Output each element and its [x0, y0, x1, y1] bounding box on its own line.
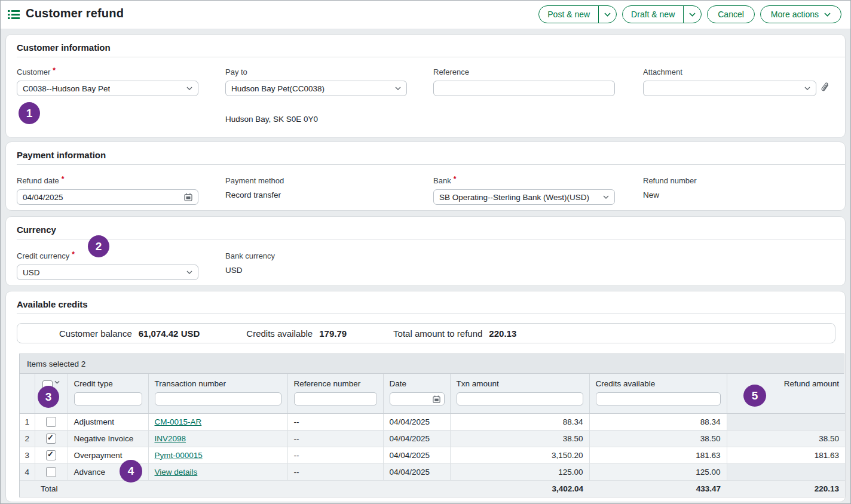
- refund-amount-cell[interactable]: [727, 463, 845, 480]
- row-checkbox[interactable]: [46, 434, 56, 444]
- row-checkbox[interactable]: [46, 417, 56, 427]
- bank-select[interactable]: SB Operating--Sterling Bank (West)(USD): [433, 189, 615, 205]
- date-header: Date: [383, 374, 450, 413]
- credits-available-label: Credits available: [246, 328, 313, 339]
- more-actions-label[interactable]: More actions: [771, 10, 819, 19]
- step-badge-1: 1: [19, 102, 40, 124]
- required-marker: *: [72, 251, 75, 257]
- payment-method-label: Payment method: [225, 176, 284, 185]
- credits-available-cell: 88.34: [589, 413, 727, 430]
- reference-number-filter-input[interactable]: [294, 392, 377, 405]
- refund-number-field: Refund number New: [643, 176, 825, 199]
- top-bar: Customer refund Post & new Draft & new C…: [1, 1, 850, 29]
- row-number: 3: [20, 447, 35, 463]
- attachment-select[interactable]: [643, 81, 816, 96]
- row-select-cell: [35, 447, 68, 463]
- customer-balance: Customer balance 61,074.42 USD: [59, 328, 200, 339]
- date-cell: 04/04/2025: [383, 447, 450, 463]
- bank-currency-value: USD: [225, 266, 407, 275]
- refund-amount-cell[interactable]: [727, 413, 845, 430]
- credit-type-cell: Negative Invoice: [68, 430, 148, 447]
- section-heading: Available credits: [17, 299, 88, 309]
- calendar-icon: [433, 395, 440, 403]
- draft-and-new-label[interactable]: Draft & new: [623, 6, 684, 23]
- chevron-down-icon: [603, 195, 609, 199]
- currency-section: Currency Credit currency* USD Bank curre…: [5, 216, 846, 286]
- refund-amount-cell[interactable]: 38.50: [727, 430, 845, 447]
- action-buttons: Post & new Draft & new Cancel More actio…: [538, 5, 841, 23]
- total-txn-amount: 3,402.04: [450, 480, 589, 497]
- txn-amount-filter-input[interactable]: [457, 392, 583, 405]
- refund-amount-cell[interactable]: 181.63: [727, 447, 845, 463]
- view-details-link[interactable]: View details: [155, 468, 198, 477]
- select-all-chevron-icon[interactable]: [54, 380, 60, 384]
- date-cell: 04/04/2025: [383, 430, 450, 447]
- post-and-new-button[interactable]: Post & new: [538, 5, 617, 23]
- row-select-cell: [35, 413, 68, 430]
- reference-number-cell: --: [287, 413, 383, 430]
- credit-type-filter-input[interactable]: [74, 392, 142, 405]
- transaction-number-cell: Pymt-000015: [148, 447, 287, 463]
- attachment-label: Attachment: [643, 67, 682, 76]
- refund-date-label: Refund date: [17, 176, 59, 185]
- reference-number-cell: --: [287, 430, 383, 447]
- row-checkbox[interactable]: [46, 467, 56, 477]
- refund-date-input[interactable]: 04/04/2025: [17, 189, 198, 205]
- credits-available-cell: 125.00: [589, 463, 727, 480]
- credits-available-header: Credits available: [589, 374, 727, 413]
- credits-summary-bar: Customer balance 61,074.42 USD Credits a…: [17, 323, 835, 343]
- transaction-link[interactable]: CM-0015-AR: [155, 417, 202, 426]
- step-badge-2: 2: [88, 235, 109, 257]
- credits-available-filter-input[interactable]: [596, 392, 721, 405]
- section-divider: [17, 239, 845, 239]
- section-divider: [17, 57, 845, 57]
- draft-and-new-button[interactable]: Draft & new: [622, 5, 702, 23]
- transaction-number-cell: INV2098: [148, 430, 287, 447]
- row-select-cell: [35, 463, 68, 480]
- more-actions-chevron-icon[interactable]: [824, 13, 831, 17]
- transaction-link[interactable]: INV2098: [155, 434, 186, 443]
- customer-information-section: Customer information Customer* C0038--Hu…: [5, 34, 846, 138]
- chevron-down-icon: [395, 87, 401, 90]
- draft-and-new-chevron-icon[interactable]: [684, 6, 701, 23]
- page-title: Customer refund: [26, 7, 124, 20]
- refund-date-value: 04/04/2025: [23, 193, 63, 202]
- row-checkbox[interactable]: [46, 450, 56, 460]
- pay-to-address: Hudson Bay, SK S0E 0Y0: [225, 115, 407, 124]
- txn-amount-cell: 38.50: [450, 430, 589, 447]
- total-refund-label: Total amount to refund: [393, 328, 482, 339]
- payment-information-section: Payment information Refund date* 04/04/2…: [5, 142, 846, 211]
- reference-input[interactable]: [433, 81, 615, 96]
- total-refund-value: 220.13: [489, 328, 516, 339]
- transaction-number-header: Transaction number: [148, 374, 287, 413]
- credits-available-cell: 181.63: [589, 447, 727, 463]
- pay-to-value: Hudson Bay Pet(CC0038): [231, 84, 325, 93]
- cancel-button[interactable]: Cancel: [707, 5, 755, 23]
- required-marker: *: [53, 67, 56, 73]
- total-row: Total 3,402.04 433.47 220.13: [20, 480, 845, 497]
- post-and-new-chevron-icon[interactable]: [599, 6, 616, 23]
- total-credits-available: 433.47: [589, 480, 727, 497]
- total-label: Total: [35, 480, 450, 497]
- txn-amount-cell: 3,150.20: [450, 447, 589, 463]
- credit-currency-select[interactable]: USD: [17, 265, 198, 280]
- post-and-new-label[interactable]: Post & new: [539, 6, 599, 23]
- transaction-number-filter-input[interactable]: [155, 392, 281, 405]
- row-number: 1: [20, 413, 35, 430]
- pay-to-select[interactable]: Hudson Bay Pet(CC0038): [225, 81, 407, 96]
- table-header-row: Credit type Transaction number Reference…: [20, 374, 845, 413]
- transaction-link[interactable]: Pymt-000015: [155, 451, 203, 460]
- row-number-header: [20, 374, 35, 413]
- date-filter-input[interactable]: [390, 392, 445, 405]
- credit-currency-value: USD: [23, 268, 40, 277]
- bank-currency-label: Bank currency: [225, 251, 275, 260]
- customer-select[interactable]: C0038--Hudson Bay Pet: [17, 81, 198, 96]
- transaction-number-cell: View details: [148, 463, 287, 480]
- chevron-down-icon: [186, 87, 192, 90]
- more-actions-button[interactable]: More actions: [760, 5, 841, 23]
- list-menu-icon[interactable]: [8, 10, 20, 22]
- reference-number-cell: --: [287, 463, 383, 480]
- customer-refund-page: Customer refund Post & new Draft & new C…: [0, 0, 851, 504]
- paperclip-icon[interactable]: [821, 82, 829, 95]
- required-marker: *: [454, 176, 457, 182]
